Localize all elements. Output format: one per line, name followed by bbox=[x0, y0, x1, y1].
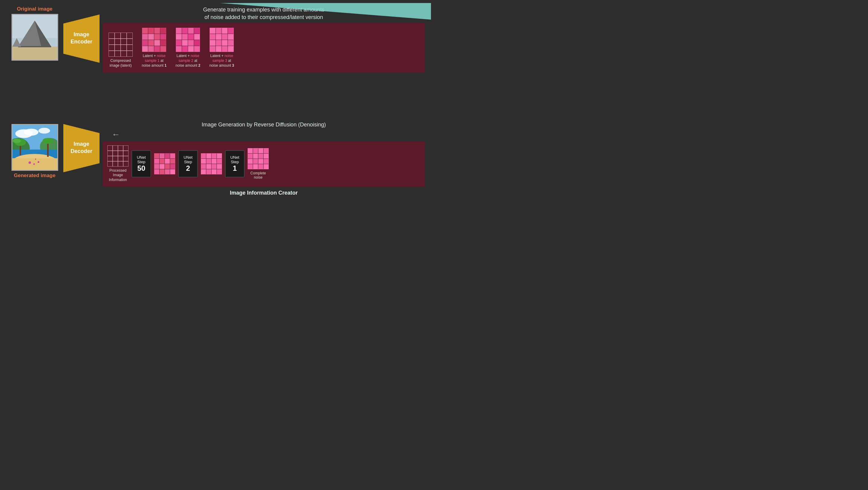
svg-rect-161 bbox=[248, 148, 253, 154]
svg-text:Image: Image bbox=[73, 31, 89, 37]
svg-text:Decoder: Decoder bbox=[70, 148, 92, 154]
svg-rect-128 bbox=[159, 169, 165, 175]
svg-rect-65 bbox=[216, 28, 222, 34]
svg-rect-143 bbox=[206, 159, 212, 164]
svg-rect-45 bbox=[176, 34, 182, 40]
svg-rect-130 bbox=[170, 169, 176, 175]
svg-point-102 bbox=[33, 163, 35, 165]
svg-rect-50 bbox=[182, 40, 188, 46]
left-column-bottom: Generated image bbox=[9, 121, 60, 180]
svg-rect-77 bbox=[216, 46, 222, 52]
svg-rect-122 bbox=[170, 159, 176, 164]
svg-rect-21 bbox=[160, 28, 166, 34]
svg-rect-23 bbox=[148, 34, 154, 40]
decoder-trapezoid-svg: Image Decoder bbox=[63, 124, 99, 172]
svg-rect-55 bbox=[188, 46, 194, 52]
encoder-trapezoid-svg: Image Encoder bbox=[63, 14, 99, 63]
grid-icon-1 bbox=[142, 28, 166, 52]
svg-rect-25 bbox=[160, 34, 166, 40]
svg-rect-146 bbox=[201, 164, 206, 169]
svg-rect-73 bbox=[216, 40, 222, 46]
svg-rect-151 bbox=[206, 169, 212, 175]
unet-num-1: 1 bbox=[233, 164, 237, 173]
processed-grid-label: ProcessedImageInformation bbox=[109, 169, 127, 183]
svg-rect-115 bbox=[154, 153, 159, 159]
svg-rect-44 bbox=[194, 28, 200, 34]
svg-rect-121 bbox=[165, 159, 170, 164]
svg-rect-18 bbox=[142, 28, 148, 34]
generated-image-label: Generated image bbox=[14, 173, 56, 179]
svg-rect-49 bbox=[176, 40, 182, 46]
decoder-block: Image Decoder bbox=[63, 124, 99, 172]
svg-rect-19 bbox=[148, 28, 154, 34]
svg-rect-152 bbox=[211, 169, 217, 175]
grid-icon-after-50 bbox=[154, 153, 175, 174]
svg-rect-164 bbox=[264, 148, 269, 154]
grid-item-after-2 bbox=[201, 153, 222, 174]
svg-rect-138 bbox=[201, 153, 206, 159]
svg-rect-78 bbox=[222, 46, 228, 52]
processed-grid-item: ProcessedImageInformation bbox=[107, 146, 128, 183]
processed-grid-icon bbox=[107, 146, 128, 166]
generated-image-photo bbox=[11, 124, 58, 171]
svg-rect-145 bbox=[217, 159, 222, 164]
svg-rect-32 bbox=[154, 46, 160, 52]
main-container: Original image bbox=[0, 0, 434, 245]
svg-rect-167 bbox=[258, 154, 264, 159]
svg-rect-144 bbox=[211, 159, 217, 164]
svg-rect-171 bbox=[258, 159, 264, 164]
complete-noise-icon bbox=[248, 148, 269, 169]
svg-rect-20 bbox=[154, 28, 160, 34]
grid-icon-2 bbox=[176, 28, 200, 52]
svg-point-98 bbox=[12, 139, 21, 143]
svg-text:Image: Image bbox=[73, 141, 89, 147]
svg-rect-170 bbox=[253, 159, 258, 164]
grid-label-0: Compressedimage (latent) bbox=[110, 59, 131, 68]
complete-noise-grid-item: Completenoise bbox=[248, 148, 269, 180]
top-section: Original image bbox=[9, 6, 425, 118]
svg-rect-149 bbox=[217, 164, 222, 169]
svg-rect-41 bbox=[176, 28, 182, 34]
svg-rect-54 bbox=[182, 46, 188, 52]
bottom-section: Generated image Image Decoder Image Gene… bbox=[9, 121, 425, 233]
svg-rect-67 bbox=[228, 28, 234, 34]
svg-rect-169 bbox=[248, 159, 253, 164]
svg-rect-43 bbox=[188, 28, 194, 34]
svg-rect-51 bbox=[188, 40, 194, 46]
complete-noise-label: Completenoise bbox=[250, 171, 266, 180]
svg-rect-124 bbox=[159, 164, 165, 169]
bottom-panel-title: Image Generation by Reverse Diffusion (D… bbox=[196, 121, 332, 128]
svg-rect-176 bbox=[264, 164, 269, 170]
svg-rect-75 bbox=[228, 40, 234, 46]
svg-rect-139 bbox=[206, 153, 212, 159]
svg-rect-165 bbox=[248, 154, 253, 159]
svg-rect-64 bbox=[210, 28, 216, 34]
beach-image bbox=[12, 125, 57, 170]
svg-rect-74 bbox=[222, 40, 228, 46]
svg-rect-33 bbox=[160, 46, 166, 52]
svg-rect-24 bbox=[154, 34, 160, 40]
svg-rect-141 bbox=[217, 153, 222, 159]
svg-point-104 bbox=[35, 158, 36, 160]
right-panel-top: Generate training examples with differen… bbox=[102, 6, 425, 73]
decoder-box: ProcessedImageInformation UNetStep 50 bbox=[102, 141, 425, 187]
svg-point-103 bbox=[37, 161, 39, 163]
svg-rect-42 bbox=[182, 28, 188, 34]
bottom-title-row: Image Generation by Reverse Diffusion (D… bbox=[102, 121, 425, 140]
top-panel-title: Generate training examples with differen… bbox=[102, 6, 425, 21]
svg-rect-46 bbox=[182, 34, 188, 40]
maroon-box-top: Compressedimage (latent) bbox=[102, 23, 425, 73]
svg-rect-72 bbox=[210, 40, 216, 46]
svg-rect-142 bbox=[201, 159, 206, 164]
svg-rect-76 bbox=[210, 46, 216, 52]
unet-step-1: UNetStep 1 bbox=[225, 150, 245, 177]
svg-rect-140 bbox=[211, 153, 217, 159]
svg-rect-22 bbox=[142, 34, 148, 40]
grid-item-0: Compressedimage (latent) bbox=[108, 33, 133, 68]
svg-rect-47 bbox=[188, 34, 194, 40]
svg-rect-68 bbox=[210, 34, 216, 40]
svg-rect-163 bbox=[258, 148, 264, 154]
svg-rect-70 bbox=[222, 34, 228, 40]
svg-rect-116 bbox=[159, 153, 165, 159]
svg-point-89 bbox=[24, 128, 38, 135]
